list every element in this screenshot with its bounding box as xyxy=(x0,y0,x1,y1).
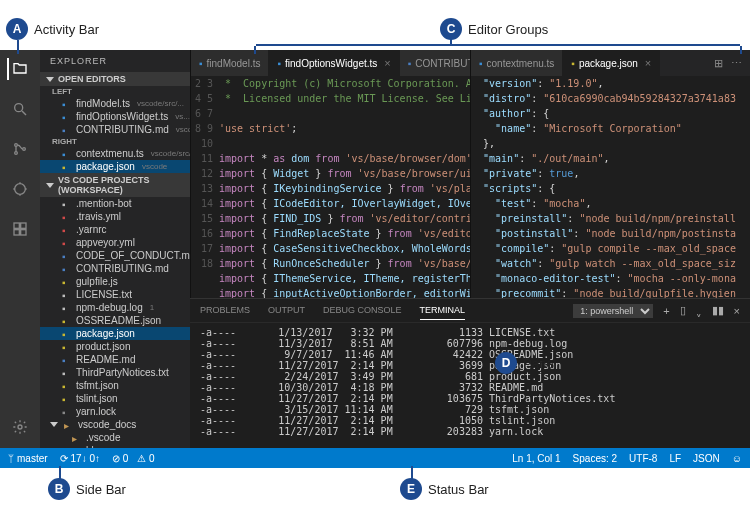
debug-icon[interactable] xyxy=(9,178,31,200)
status-lang[interactable]: JSON xyxy=(693,453,720,464)
file-icon: ▪ xyxy=(62,381,72,391)
terminal-selector[interactable]: 1: powershell xyxy=(573,304,653,318)
sync-icon: ⟳ xyxy=(60,453,68,464)
editor-tab[interactable]: ▪CONTRIBUTING.md xyxy=(400,50,470,76)
file-tree-item[interactable]: ▪package.json xyxy=(40,327,190,340)
open-editors-header[interactable]: OPEN EDITORS xyxy=(40,72,190,86)
terminal-split-icon[interactable]: ▯ xyxy=(680,304,686,317)
svg-point-5 xyxy=(15,184,26,195)
open-editor-item[interactable]: ▪contextmenu.tsvscode/src/... xyxy=(40,147,190,160)
file-icon: ▪ xyxy=(62,277,72,287)
file-icon: ▪ xyxy=(571,58,575,69)
tab-label: package.json xyxy=(579,58,638,69)
terminal-body[interactable]: -a---- 1/13/2017 3:32 PM 1133 LICENSE.tx… xyxy=(190,323,750,448)
code-editor[interactable]: "version": "1.19.0", "distro": "610ca699… xyxy=(471,76,750,298)
file-tree-item[interactable]: ▪README.md xyxy=(40,353,190,366)
panel-maximize-icon[interactable]: ▮▮ xyxy=(712,304,724,317)
open-editor-item[interactable]: ▪findOptionsWidget.tsvs... xyxy=(40,110,190,123)
editor-group: ▪contextmenu.ts▪package.json×⊞⋯ "version… xyxy=(470,50,750,298)
editor-tab[interactable]: ▪findModel.ts xyxy=(191,50,269,76)
file-name: appveyor.yml xyxy=(76,237,135,248)
file-tree-item[interactable]: ▪LICENSE.txt xyxy=(40,288,190,301)
file-icon: ▪ xyxy=(62,342,72,352)
file-icon: ▸ xyxy=(64,420,74,430)
open-editors-group-label: LEFT xyxy=(40,86,190,97)
file-icon: ▪ xyxy=(62,238,72,248)
editor-tab[interactable]: ▪contextmenu.ts xyxy=(471,50,563,76)
search-icon[interactable] xyxy=(9,98,31,120)
editor-tab[interactable]: ▪package.json× xyxy=(563,50,660,76)
file-tree-item[interactable]: ▪npm-debug.log1 xyxy=(40,301,190,314)
file-icon: ▪ xyxy=(62,329,72,339)
panel-tab[interactable]: OUTPUT xyxy=(268,301,305,320)
file-tree-item[interactable]: ▪tsfmt.json xyxy=(40,379,190,392)
git-icon[interactable] xyxy=(9,138,31,160)
file-tree-item[interactable]: ▪OSSREADME.json xyxy=(40,314,190,327)
file-icon: ▪ xyxy=(62,99,72,109)
close-icon[interactable]: × xyxy=(645,57,651,69)
file-tree-item[interactable]: ▪appveyor.yml xyxy=(40,236,190,249)
status-spaces[interactable]: Spaces: 2 xyxy=(573,453,617,464)
file-tree-item[interactable]: ▪tslint.json xyxy=(40,392,190,405)
panel-close-icon[interactable]: × xyxy=(734,305,740,317)
file-tree-item[interactable]: ▸.vscode xyxy=(40,431,190,444)
file-tree-item[interactable]: ▪yarn.lock xyxy=(40,405,190,418)
tab-label: findModel.ts xyxy=(207,58,261,69)
open-editor-item[interactable]: ▪CONTRIBUTING.mdvscode xyxy=(40,123,190,136)
file-path: vscode/src/... xyxy=(151,149,190,158)
file-tree-item[interactable]: ▪.mention-bot xyxy=(40,197,190,210)
status-encoding[interactable]: UTF-8 xyxy=(629,453,657,464)
callout-B: BSide Bar xyxy=(48,478,126,500)
file-name: tsfmt.json xyxy=(76,380,119,391)
panel-tab[interactable]: DEBUG CONSOLE xyxy=(323,301,402,320)
svg-point-0 xyxy=(15,104,23,112)
file-name: vscode_docs xyxy=(78,419,136,430)
file-name: .travis.yml xyxy=(76,211,121,222)
explorer-icon[interactable] xyxy=(7,58,31,80)
callout-A: AActivity Bar xyxy=(6,18,99,40)
status-feedback[interactable]: ☺ xyxy=(732,453,742,464)
svg-rect-9 xyxy=(21,230,26,235)
editor-action-icon[interactable]: ⋯ xyxy=(731,57,742,70)
status-ln[interactable]: Ln 1, Col 1 xyxy=(512,453,560,464)
file-tree-item[interactable]: ▪product.json xyxy=(40,340,190,353)
status-sync[interactable]: ⟳17↓ 0↑ xyxy=(60,453,100,464)
svg-rect-8 xyxy=(14,230,19,235)
side-bar: EXPLORER OPEN EDITORS LEFT▪findModel.tsv… xyxy=(40,50,190,448)
open-editor-item[interactable]: ▪findModel.tsvscode/src/... xyxy=(40,97,190,110)
file-icon: ▪ xyxy=(62,394,72,404)
file-name: .vscode xyxy=(86,432,120,443)
gear-icon[interactable] xyxy=(9,416,31,438)
file-icon: ▪ xyxy=(277,58,281,69)
close-icon[interactable]: × xyxy=(384,57,390,69)
editor-tab[interactable]: ▪findOptionsWidget.ts× xyxy=(269,50,399,76)
file-tree-item[interactable]: ▪ThirdPartyNotices.txt xyxy=(40,366,190,379)
file-tree-item[interactable]: ▪.travis.yml xyxy=(40,210,190,223)
editor-action-icon[interactable]: ⊞ xyxy=(714,57,723,70)
chevron-up-icon[interactable]: ˬ xyxy=(696,304,702,317)
workspace-header[interactable]: VS CODE PROJECTS (WORKSPACE) xyxy=(40,173,190,197)
file-tree-item[interactable]: ▪gulpfile.js xyxy=(40,275,190,288)
file-name: gulpfile.js xyxy=(76,276,118,287)
code-editor[interactable]: 2 3 4 5 6 7 8 9 10 11 12 13 14 15 16 17 … xyxy=(191,76,470,298)
file-name: CODE_OF_CONDUCT.md xyxy=(76,250,190,261)
callout-C: CEditor Groups xyxy=(440,18,548,40)
file-tree-item[interactable]: ▪CODE_OF_CONDUCT.md xyxy=(40,249,190,262)
file-path: vscode xyxy=(142,162,167,171)
status-errors[interactable]: ⊘ 0 ⚠ 0 xyxy=(112,453,154,464)
file-tree-item[interactable]: ▸vscode_docs xyxy=(40,418,190,431)
file-icon: ▪ xyxy=(62,251,72,261)
status-branch[interactable]: ᛘmaster xyxy=(8,453,48,464)
callout-D: DPanel xyxy=(495,352,556,374)
panel-tab[interactable]: TERMINAL xyxy=(420,301,466,320)
open-editor-item[interactable]: ▪package.jsonvscode xyxy=(40,160,190,173)
status-eol[interactable]: LF xyxy=(669,453,681,464)
file-icon: ▪ xyxy=(62,125,72,135)
file-icon: ▪ xyxy=(62,303,72,313)
terminal-new-icon[interactable]: + xyxy=(663,305,669,317)
extensions-icon[interactable] xyxy=(9,218,31,240)
file-tree-item[interactable]: ▪.yarnrc xyxy=(40,223,190,236)
panel-tab[interactable]: PROBLEMS xyxy=(200,301,250,320)
file-tree-item[interactable]: ▪CONTRIBUTING.md xyxy=(40,262,190,275)
file-icon: ▪ xyxy=(62,368,72,378)
